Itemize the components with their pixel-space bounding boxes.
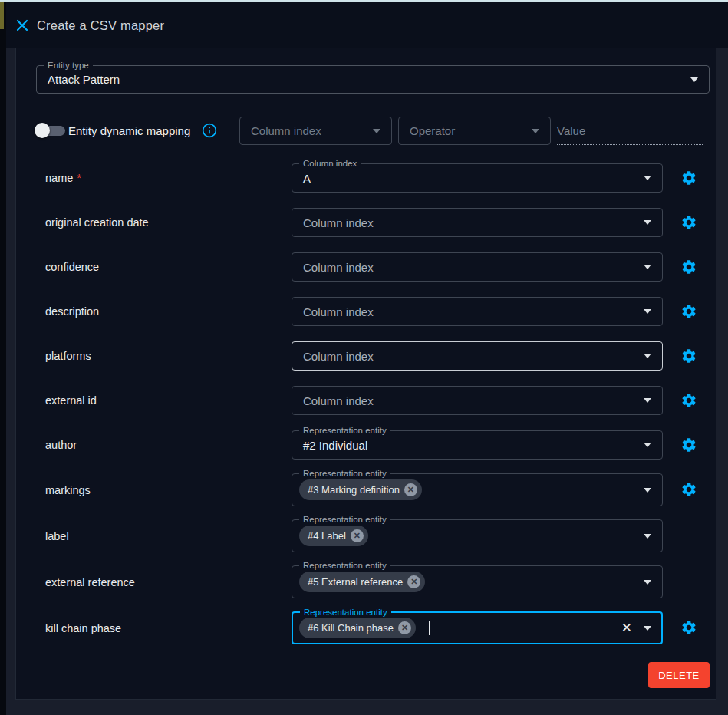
attr-text: platforms — [45, 350, 91, 362]
attr-label-external-reference: external reference — [45, 565, 135, 598]
dynamic-column-index-placeholder: Column index — [251, 124, 321, 137]
chevron-down-icon — [644, 534, 651, 539]
dynamic-value-input[interactable]: Value — [557, 117, 703, 145]
delete-button[interactable]: DELETE — [648, 662, 710, 688]
chip-delete-icon[interactable]: ✕ — [404, 483, 417, 496]
kill-chain-phase-representation-select[interactable]: Representation entity #6 Kill Chain phas… — [292, 611, 663, 644]
settings-gear-icon[interactable] — [680, 437, 697, 453]
external-id-select[interactable]: Column index — [292, 386, 663, 415]
chip-delete-icon[interactable]: ✕ — [398, 621, 411, 634]
chip-text: #4 Label — [308, 530, 346, 542]
field-floating-label: Representation entity — [299, 560, 390, 572]
author-representation-select[interactable]: Representation entity #2 Individual — [292, 430, 663, 460]
chip-delete-icon[interactable]: ✕ — [351, 529, 364, 542]
entity-type-value: Attack Pattern — [48, 73, 120, 86]
attr-text: external reference — [45, 576, 135, 588]
chevron-down-icon — [644, 626, 651, 631]
attr-text: external id — [45, 394, 97, 407]
chevron-down-icon — [644, 398, 651, 403]
original-creation-date-select[interactable]: Column index — [292, 208, 663, 237]
dynamic-operator-placeholder: Operator — [410, 124, 455, 137]
chevron-down-icon — [644, 488, 651, 493]
required-asterisk: * — [77, 172, 81, 184]
settings-gear-icon[interactable] — [680, 481, 697, 498]
field-placeholder: Column index — [303, 394, 374, 407]
field-floating-label: Representation entity — [300, 607, 391, 618]
chip-text: #5 External reference — [308, 576, 403, 588]
settings-gear-icon[interactable] — [680, 619, 697, 636]
chevron-down-icon — [690, 77, 698, 82]
attr-text: label — [45, 530, 69, 542]
field-floating-label: Column index — [299, 158, 361, 170]
selected-entity-chip: #6 Kill Chain phase ✕ — [299, 618, 416, 638]
external-reference-representation-select[interactable]: Representation entity #5 External refere… — [292, 565, 663, 598]
text-cursor — [429, 621, 430, 635]
label-representation-select[interactable]: Representation entity #4 Label ✕ — [292, 519, 663, 552]
chevron-down-icon — [644, 220, 651, 225]
attr-label-author: author — [45, 430, 77, 460]
entity-dynamic-mapping-label: Entity dynamic mapping — [68, 117, 190, 145]
toggle-knob — [35, 123, 50, 138]
close-icon[interactable] — [14, 17, 31, 34]
page-root: Create a CSV mapper Entity type Attack P… — [0, 0, 728, 715]
field-floating-label: Representation entity — [299, 425, 390, 437]
chevron-down-icon — [644, 443, 651, 447]
description-select[interactable]: Column index — [292, 297, 663, 326]
attr-text: name — [45, 172, 73, 184]
chevron-down-icon — [644, 176, 651, 180]
selected-entity-chip: #3 Marking definition ✕ — [299, 479, 422, 500]
attr-text: confidence — [45, 261, 99, 273]
chip-text: #6 Kill Chain phase — [308, 622, 394, 634]
attr-label-original-creation-date: original creation date — [45, 208, 149, 237]
attr-label-label: label — [45, 519, 69, 552]
chip-text: #3 Marking definition — [308, 484, 400, 496]
field-value: #2 Individual — [303, 439, 367, 452]
info-icon[interactable] — [202, 123, 217, 138]
entity-type-select[interactable]: Entity type Attack Pattern — [36, 65, 710, 94]
settings-gear-icon[interactable] — [680, 392, 697, 409]
field-value: A — [303, 172, 311, 185]
settings-gear-icon[interactable] — [680, 214, 697, 231]
dynamic-operator-select[interactable]: Operator — [398, 117, 551, 145]
settings-gear-icon[interactable] — [680, 259, 697, 275]
settings-gear-icon[interactable] — [680, 170, 697, 186]
dynamic-column-index-select[interactable]: Column index — [239, 117, 392, 145]
chevron-down-icon — [644, 309, 651, 314]
background-page-edge — [0, 2, 6, 715]
drawer-header: Create a CSV mapper — [6, 2, 728, 48]
attr-label-external-id: external id — [45, 386, 97, 415]
confidence-select[interactable]: Column index — [292, 252, 663, 282]
background-logo-sliver — [0, 2, 4, 29]
chevron-down-icon — [644, 354, 651, 358]
attr-text: markings — [45, 484, 91, 496]
attr-text: description — [45, 305, 99, 318]
attr-label-name: name* — [45, 163, 81, 193]
field-floating-label: Representation entity — [299, 468, 390, 479]
selected-entity-chip: #4 Label ✕ — [299, 526, 368, 546]
entity-dynamic-mapping-toggle[interactable] — [35, 122, 67, 139]
drawer-title: Create a CSV mapper — [37, 18, 164, 33]
clear-icon[interactable]: ✕ — [621, 621, 644, 634]
field-placeholder: Column index — [303, 261, 374, 274]
entity-type-label: Entity type — [44, 60, 93, 71]
csv-mapper-drawer: Create a CSV mapper Entity type Attack P… — [6, 2, 728, 715]
name-column-index-select[interactable]: Column index A — [292, 163, 663, 193]
field-placeholder: Column index — [303, 305, 374, 318]
attr-text: kill chain phase — [45, 622, 121, 634]
settings-gear-icon[interactable] — [680, 303, 697, 320]
chevron-down-icon — [373, 129, 380, 133]
chip-delete-icon[interactable]: ✕ — [407, 575, 420, 588]
platforms-select[interactable]: Column index — [292, 341, 663, 371]
settings-gear-icon[interactable] — [680, 348, 697, 364]
chevron-down-icon — [644, 265, 651, 269]
dynamic-value-placeholder: Value — [557, 124, 585, 137]
chevron-down-icon — [532, 129, 539, 133]
field-placeholder: Column index — [303, 216, 374, 229]
attr-label-confidence: confidence — [45, 252, 99, 282]
selected-entity-chip: #5 External reference ✕ — [299, 572, 425, 592]
mapper-form-panel: Entity type Attack Pattern Entity dynami… — [15, 48, 716, 700]
markings-representation-select[interactable]: Representation entity #3 Marking definit… — [292, 473, 663, 506]
chevron-down-icon — [644, 580, 651, 585]
attr-label-kill-chain-phase: kill chain phase — [45, 611, 121, 644]
attr-text: author — [45, 439, 77, 451]
